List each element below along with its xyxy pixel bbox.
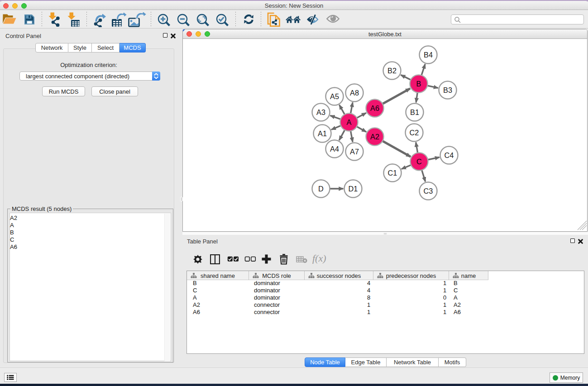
svg-text:B: B [416,80,421,88]
svg-text:B4: B4 [424,51,433,59]
svg-text:A5: A5 [330,92,339,100]
svg-text:C2: C2 [410,129,419,137]
svg-text:C4: C4 [445,151,454,159]
svg-text:D: D [318,185,324,193]
svg-text:A7: A7 [350,148,359,156]
svg-text:B2: B2 [387,67,397,75]
svg-text:B1: B1 [410,108,419,116]
svg-text:A: A [347,118,352,126]
svg-text:A3: A3 [316,108,325,116]
svg-text:A1: A1 [318,129,327,138]
svg-text:C1: C1 [388,169,397,177]
svg-text:C: C [416,157,422,166]
svg-text:A4: A4 [330,145,339,153]
svg-text:A2: A2 [370,133,379,141]
svg-text:A6: A6 [370,104,379,112]
svg-text:A8: A8 [350,89,359,97]
svg-text:C3: C3 [424,187,433,195]
svg-text:D1: D1 [349,185,358,193]
svg-text:B3: B3 [443,86,452,94]
